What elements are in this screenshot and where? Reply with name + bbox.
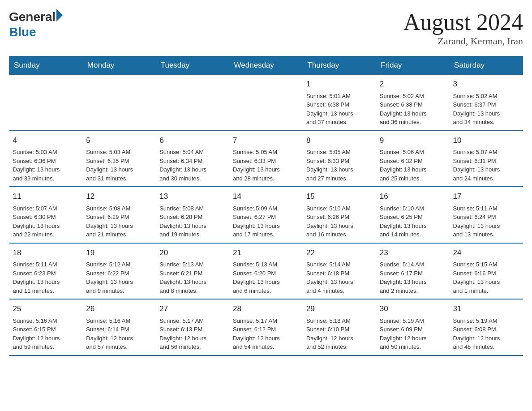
calendar-cell-w1-d7: 3Sunrise: 5:02 AMSunset: 6:37 PMDaylight… — [450, 75, 523, 131]
day-info-line: and 37 minutes. — [306, 118, 373, 127]
day-info-line: Sunset: 6:30 PM — [13, 213, 79, 222]
day-info-line: and 2 minutes. — [380, 287, 446, 295]
header-wednesday: Wednesday — [229, 56, 303, 75]
calendar-cell-w5-d5: 29Sunrise: 5:18 AMSunset: 6:10 PMDayligh… — [303, 299, 376, 355]
day-info-line: and 52 minutes. — [306, 342, 373, 351]
day-info-line: Sunset: 6:17 PM — [380, 269, 446, 278]
calendar-cell-w3-d3: 13Sunrise: 5:08 AMSunset: 6:28 PMDayligh… — [156, 187, 229, 243]
day-number: 9 — [380, 135, 446, 146]
header-saturday: Saturday — [450, 56, 523, 75]
day-info-line: and 48 minutes. — [453, 342, 519, 351]
day-info-line: Sunrise: 5:14 AM — [380, 260, 446, 269]
day-info-line: and 11 minutes. — [13, 287, 79, 295]
day-info-line: and 33 minutes. — [13, 174, 79, 183]
day-info-line: and 28 minutes. — [233, 174, 299, 183]
day-number: 25 — [13, 303, 79, 315]
day-info-line: Sunset: 6:29 PM — [86, 213, 152, 222]
calendar-cell-w4-d5: 22Sunrise: 5:14 AMSunset: 6:18 PMDayligh… — [303, 243, 376, 300]
day-info-line: Sunset: 6:36 PM — [13, 157, 79, 166]
day-info-line: Sunrise: 5:12 AM — [86, 260, 152, 269]
day-number: 19 — [86, 247, 152, 259]
day-info-line: Sunrise: 5:02 AM — [453, 92, 519, 101]
day-info-line: Sunrise: 5:09 AM — [233, 204, 299, 213]
day-info-line: Sunset: 6:15 PM — [13, 325, 79, 334]
day-number: 26 — [86, 303, 152, 315]
header-friday: Friday — [376, 56, 450, 75]
day-info-line: Sunset: 6:24 PM — [453, 213, 519, 222]
calendar-cell-w4-d3: 20Sunrise: 5:13 AMSunset: 6:21 PMDayligh… — [156, 243, 229, 300]
day-info-line: Sunset: 6:33 PM — [306, 157, 373, 166]
day-info-line: Daylight: 13 hours — [233, 222, 299, 231]
day-info-line: Daylight: 13 hours — [159, 222, 226, 231]
day-number: 6 — [159, 135, 226, 146]
day-info-line: and 17 minutes. — [233, 230, 299, 239]
calendar-cell-w1-d1 — [9, 75, 83, 131]
calendar-cell-w3-d2: 12Sunrise: 5:08 AMSunset: 6:29 PMDayligh… — [82, 187, 156, 243]
day-info-line: Sunset: 6:26 PM — [306, 213, 373, 222]
header-thursday: Thursday — [303, 56, 376, 75]
day-info-line: and 34 minutes. — [453, 118, 519, 127]
day-info-line: Sunrise: 5:04 AM — [159, 148, 226, 157]
day-info-line: Sunset: 6:38 PM — [380, 100, 446, 109]
day-info-line: Sunset: 6:18 PM — [306, 269, 373, 278]
day-info-line: Daylight: 13 hours — [306, 165, 373, 174]
day-info-line: Daylight: 13 hours — [13, 278, 79, 287]
day-info-line: Sunset: 6:27 PM — [233, 213, 299, 222]
day-info-line: Daylight: 13 hours — [86, 222, 152, 231]
calendar-cell-w1-d3 — [156, 75, 229, 131]
calendar-cell-w2-d3: 6Sunrise: 5:04 AMSunset: 6:34 PMDaylight… — [156, 131, 229, 187]
day-info-line: Sunrise: 5:16 AM — [13, 317, 79, 325]
day-info-line: and 13 minutes. — [453, 230, 519, 239]
day-info-line: Daylight: 12 hours — [306, 334, 373, 343]
header-tuesday: Tuesday — [156, 56, 229, 75]
day-info-line: and 22 minutes. — [13, 230, 79, 239]
day-number: 22 — [306, 247, 373, 259]
day-number: 23 — [380, 247, 446, 259]
day-info-line: and 16 minutes. — [306, 230, 373, 239]
day-info-line: Sunrise: 5:11 AM — [13, 260, 79, 269]
day-info-line: Sunrise: 5:13 AM — [233, 260, 299, 269]
day-number: 1 — [306, 78, 373, 90]
day-info-line: Daylight: 12 hours — [86, 334, 152, 343]
day-info-line: Sunrise: 5:05 AM — [306, 148, 373, 157]
day-info-line: Sunset: 6:32 PM — [380, 157, 446, 166]
calendar-cell-w2-d2: 5Sunrise: 5:03 AMSunset: 6:35 PMDaylight… — [82, 131, 156, 187]
calendar-subtitle: Zarand, Kerman, Iran — [403, 35, 523, 47]
day-number: 3 — [453, 78, 519, 90]
day-info-line: Sunrise: 5:02 AM — [380, 92, 446, 101]
day-info-line: Sunrise: 5:19 AM — [453, 317, 519, 325]
day-info-line: Sunset: 6:21 PM — [159, 269, 226, 278]
day-info-line: Sunset: 6:16 PM — [453, 269, 519, 278]
day-info-line: Sunrise: 5:11 AM — [453, 204, 519, 213]
day-info-line: Daylight: 12 hours — [453, 334, 519, 343]
day-info-line: Sunset: 6:23 PM — [13, 269, 79, 278]
day-info-line: Sunrise: 5:03 AM — [13, 148, 79, 157]
day-info-line: Sunrise: 5:17 AM — [159, 317, 226, 325]
day-number: 21 — [233, 247, 299, 259]
day-info-line: and 54 minutes. — [233, 342, 299, 351]
calendar-cell-w4-d1: 18Sunrise: 5:11 AMSunset: 6:23 PMDayligh… — [9, 243, 83, 300]
calendar-cell-w2-d5: 8Sunrise: 5:05 AMSunset: 6:33 PMDaylight… — [303, 131, 376, 187]
week-row-3: 11Sunrise: 5:07 AMSunset: 6:30 PMDayligh… — [9, 187, 523, 243]
day-info-line: Sunset: 6:08 PM — [453, 325, 519, 334]
day-info-line: and 57 minutes. — [86, 342, 152, 351]
day-info-line: and 31 minutes. — [86, 174, 152, 183]
day-info-line: and 59 minutes. — [13, 342, 79, 351]
day-info-line: Sunrise: 5:08 AM — [86, 204, 152, 213]
day-number: 2 — [380, 78, 446, 90]
day-number: 5 — [86, 135, 152, 146]
day-info-line: Sunset: 6:22 PM — [86, 269, 152, 278]
day-info-line: Daylight: 13 hours — [159, 278, 226, 287]
day-info-line: Sunset: 6:20 PM — [233, 269, 299, 278]
day-number: 4 — [13, 135, 79, 146]
day-info-line: Daylight: 13 hours — [453, 165, 519, 174]
day-info-line: Sunrise: 5:13 AM — [159, 260, 226, 269]
day-info-line: Sunrise: 5:06 AM — [380, 148, 446, 157]
day-info-line: Daylight: 12 hours — [159, 334, 226, 343]
logo-block: General Blue — [9, 9, 63, 39]
day-info-line: Daylight: 13 hours — [86, 165, 152, 174]
calendar-cell-w2-d1: 4Sunrise: 5:03 AMSunset: 6:36 PMDaylight… — [9, 131, 83, 187]
day-info-line: and 19 minutes. — [159, 230, 226, 239]
day-info-line: Sunrise: 5:01 AM — [306, 92, 373, 101]
day-info-line: and 1 minute. — [453, 287, 519, 295]
